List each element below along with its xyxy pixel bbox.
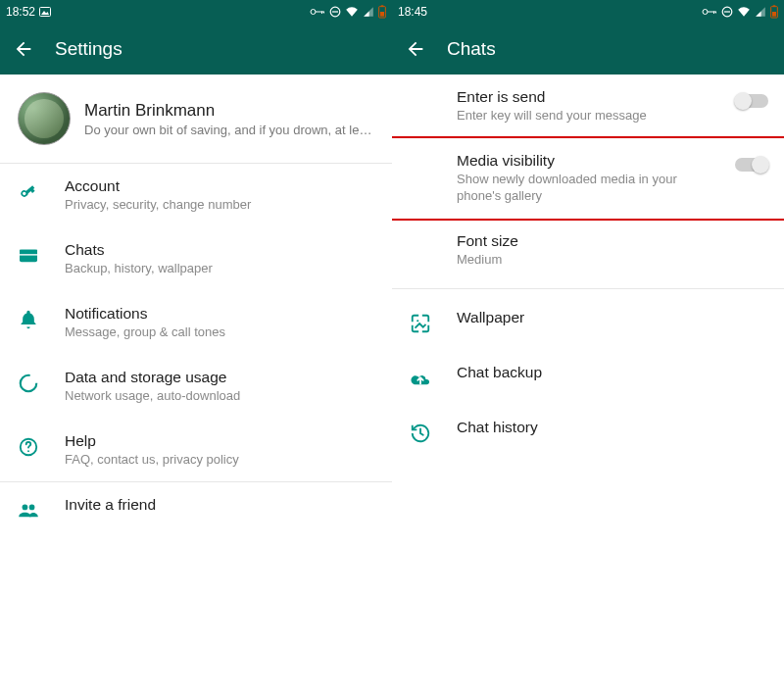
- settings-item-notifications[interactable]: Notifications Message, group & call tone…: [0, 291, 392, 355]
- key-icon: [16, 179, 41, 205]
- settings-item-help[interactable]: Help FAQ, contact us, privacy policy: [0, 419, 392, 482]
- chats-screen: 18:45 Chats Enter is send Enter key will…: [392, 0, 784, 697]
- bell-icon: [16, 307, 41, 332]
- svg-rect-4: [321, 12, 322, 15]
- statusbar-left: 18:52: [0, 0, 392, 24]
- chats-item-media-visibility[interactable]: Media visibility Show newly downloaded m…: [392, 138, 784, 219]
- svg-rect-7: [332, 11, 338, 12]
- svg-marker-29: [756, 11, 760, 16]
- appbar-title: Chats: [447, 38, 496, 60]
- history-icon: [408, 421, 433, 446]
- battery-icon: [770, 5, 778, 19]
- settings-item-invite[interactable]: Invite a friend: [0, 482, 392, 537]
- svg-point-21: [29, 505, 35, 511]
- chat-icon: [16, 243, 41, 269]
- chats-action-history[interactable]: Chat history: [392, 405, 784, 460]
- svg-rect-0: [40, 8, 51, 17]
- statusbar-right: 18:45: [392, 0, 784, 24]
- svg-marker-1: [41, 11, 49, 15]
- svg-rect-5: [323, 12, 324, 14]
- media-visibility-highlight: Media visibility Show newly downloaded m…: [392, 136, 784, 221]
- toggle-enter-is-send[interactable]: [735, 94, 768, 108]
- item-sub: Message, group & call tones: [65, 324, 376, 341]
- dnd-icon: [329, 6, 341, 18]
- status-time: 18:52: [6, 5, 35, 19]
- svg-rect-27: [724, 11, 730, 12]
- item-sub: Backup, history, wallpaper: [65, 261, 376, 277]
- item-title: Enter is send: [457, 88, 711, 106]
- wifi-icon: [737, 6, 751, 18]
- appbar-chats: Chats: [392, 24, 784, 75]
- picture-icon: [39, 7, 51, 17]
- vpn-key-icon: [702, 7, 717, 17]
- item-title: Account: [65, 177, 376, 195]
- profile-status: Do your own bit of saving, and if you dr…: [84, 123, 371, 137]
- avatar: [18, 92, 71, 145]
- chats-item-font-size[interactable]: Font size Medium: [392, 219, 784, 282]
- item-title: Notifications: [65, 305, 376, 323]
- svg-point-22: [703, 10, 708, 15]
- item-sub: Medium: [457, 252, 768, 269]
- chats-item-enter-is-send[interactable]: Enter is send Enter key will send your m…: [392, 75, 784, 138]
- divider: [392, 288, 784, 289]
- item-sub: Show newly downloaded media in your phon…: [457, 172, 711, 205]
- status-time: 18:45: [398, 5, 427, 19]
- settings-screen: 18:52 Settings Martin Brinkmann: [0, 0, 392, 697]
- item-title: Media visibility: [457, 152, 711, 170]
- settings-item-account[interactable]: Account Privacy, security, change number: [0, 164, 392, 227]
- svg-point-17: [21, 374, 37, 391]
- svg-marker-9: [364, 11, 368, 16]
- data-usage-icon: [16, 371, 41, 396]
- wallpaper-icon: [408, 311, 433, 336]
- item-title: Chat backup: [457, 364, 768, 381]
- item-sub: FAQ, contact us, privacy policy: [65, 452, 376, 469]
- dnd-icon: [721, 6, 733, 18]
- item-title: Invite a friend: [65, 496, 376, 514]
- svg-rect-12: [380, 12, 384, 17]
- back-button[interactable]: [404, 37, 427, 61]
- signal-icon: [363, 6, 374, 18]
- svg-rect-15: [20, 250, 37, 255]
- item-title: Font size: [457, 232, 768, 250]
- signal-icon: [755, 6, 766, 18]
- profile-name: Martin Brinkmann: [84, 101, 371, 121]
- svg-rect-25: [715, 12, 716, 14]
- appbar-title: Settings: [55, 38, 122, 60]
- profile-row[interactable]: Martin Brinkmann Do your own bit of savi…: [0, 75, 392, 163]
- svg-rect-32: [772, 12, 776, 17]
- svg-point-33: [416, 320, 418, 322]
- item-title: Data and storage usage: [65, 369, 376, 386]
- settings-item-data[interactable]: Data and storage usage Network usage, au…: [0, 355, 392, 419]
- chats-action-backup[interactable]: Chat backup: [392, 350, 784, 405]
- cloud-upload-icon: [408, 366, 433, 391]
- wifi-icon: [345, 6, 359, 18]
- svg-point-19: [27, 450, 29, 452]
- back-button[interactable]: [12, 37, 35, 61]
- item-title: Chats: [65, 241, 376, 259]
- item-sub: Enter key will send your message: [457, 108, 711, 124]
- svg-rect-24: [713, 12, 714, 15]
- svg-point-20: [23, 505, 28, 511]
- appbar-settings: Settings: [0, 24, 392, 75]
- chats-action-wallpaper[interactable]: Wallpaper: [392, 295, 784, 350]
- settings-item-chats[interactable]: Chats Backup, history, wallpaper: [0, 227, 392, 291]
- people-icon: [16, 498, 41, 523]
- toggle-media-visibility[interactable]: [735, 158, 768, 172]
- item-title: Chat history: [457, 419, 768, 436]
- help-icon: [16, 434, 41, 460]
- vpn-key-icon: [310, 7, 325, 17]
- svg-point-2: [311, 10, 316, 15]
- item-title: Help: [65, 432, 376, 450]
- item-sub: Privacy, security, change number: [65, 197, 376, 214]
- item-title: Wallpaper: [457, 309, 768, 326]
- item-sub: Network usage, auto-download: [65, 388, 376, 405]
- battery-icon: [378, 5, 386, 19]
- svg-rect-16: [20, 254, 37, 255]
